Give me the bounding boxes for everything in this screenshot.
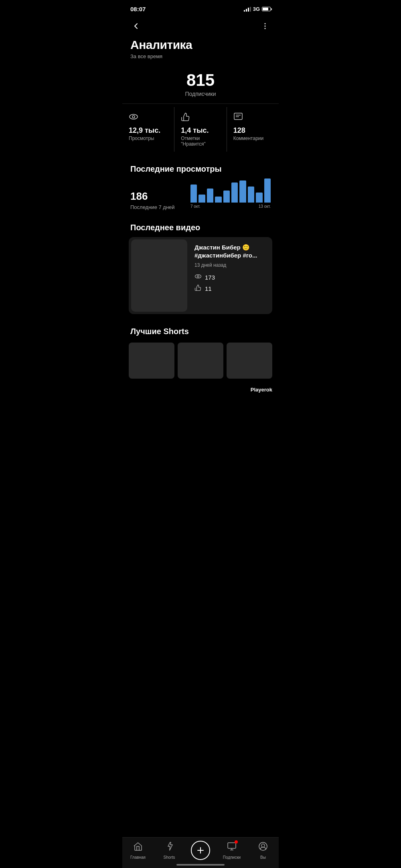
last-video-card[interactable]: Джастин Бибер 🙂 #джастинбибер #го... 13 … bbox=[129, 237, 272, 314]
chart-bar bbox=[215, 197, 221, 203]
video-likes-count: 11 bbox=[205, 285, 212, 292]
svg-point-0 bbox=[265, 23, 266, 24]
chart-bars bbox=[190, 178, 271, 203]
subscribers-count: 815 bbox=[130, 71, 271, 90]
comments-value: 128 bbox=[233, 126, 272, 135]
back-icon bbox=[132, 22, 140, 30]
recent-views-period: Последние 7 дней bbox=[130, 204, 175, 210]
recent-views-section: Последние просмотры 186 Последние 7 дней… bbox=[122, 158, 279, 217]
svg-point-4 bbox=[132, 116, 135, 118]
battery-icon bbox=[262, 7, 271, 11]
chart-bar bbox=[256, 193, 262, 203]
metrics-row: 12,9 тыс. Просмотры 1,4 тыс. Отметки "Нр… bbox=[122, 103, 279, 158]
watermark: Playerok bbox=[122, 385, 279, 425]
status-bar: 08:07 3G bbox=[122, 0, 279, 16]
video-views-stat: 173 bbox=[194, 273, 267, 282]
status-time: 08:07 bbox=[130, 6, 146, 12]
more-button[interactable] bbox=[258, 19, 272, 33]
chart-container: 7 окт. 13 окт. bbox=[190, 178, 271, 210]
more-icon bbox=[261, 22, 269, 30]
svg-point-8 bbox=[195, 275, 201, 278]
chart-label-start: 7 окт. bbox=[190, 204, 200, 209]
recent-views-card: 186 Последние 7 дней 7 окт. 13 окт. bbox=[122, 177, 279, 217]
top-shorts-section: Лучшие Shorts bbox=[122, 320, 279, 385]
page-title-section: Аналитика За все время bbox=[122, 35, 279, 61]
likes-label: Отметки "Нравится" bbox=[181, 136, 220, 147]
video-title: Джастин Бибер 🙂 #джастинбибер #го... bbox=[194, 243, 267, 259]
video-thumbnail bbox=[131, 239, 187, 312]
svg-point-3 bbox=[130, 114, 138, 119]
chart-bar bbox=[264, 178, 271, 203]
back-button[interactable] bbox=[129, 19, 143, 33]
svg-rect-5 bbox=[234, 113, 242, 120]
video-likes-icon bbox=[194, 284, 202, 293]
svg-point-1 bbox=[265, 26, 266, 27]
status-right: 3G bbox=[244, 6, 271, 12]
views-label: Просмотры bbox=[129, 136, 168, 141]
svg-point-2 bbox=[265, 28, 266, 29]
short-thumb-2[interactable] bbox=[178, 343, 223, 379]
short-thumb-3[interactable] bbox=[227, 343, 272, 379]
top-shorts-title: Лучшие Shorts bbox=[122, 320, 279, 339]
chart-labels: 7 окт. 13 окт. bbox=[190, 204, 271, 209]
chart-bar bbox=[248, 187, 254, 203]
metric-likes[interactable]: 1,4 тыс. Отметки "Нравится" bbox=[174, 107, 227, 152]
comments-label: Комментарии bbox=[233, 136, 272, 141]
top-nav bbox=[122, 16, 279, 35]
signal-icon bbox=[244, 7, 251, 12]
chart-bar bbox=[198, 195, 205, 203]
video-views-count: 173 bbox=[205, 274, 215, 281]
metric-comments[interactable]: 128 Комментарии bbox=[227, 107, 279, 152]
shorts-grid bbox=[122, 339, 279, 385]
video-info: Джастин Бибер 🙂 #джастинбибер #го... 13 … bbox=[190, 237, 272, 314]
video-stats: 173 11 bbox=[194, 273, 267, 293]
chart-label-end: 13 окт. bbox=[259, 204, 271, 209]
subscribers-label: Подписчики bbox=[130, 91, 271, 97]
video-views-icon bbox=[194, 273, 202, 282]
video-likes-stat: 11 bbox=[194, 284, 267, 293]
recent-views-title: Последние просмотры bbox=[122, 158, 279, 177]
views-value: 12,9 тыс. bbox=[129, 126, 168, 135]
page-subtitle: За все время bbox=[130, 53, 271, 59]
video-date: 13 дней назад bbox=[194, 262, 267, 268]
likes-value: 1,4 тыс. bbox=[181, 126, 220, 135]
chart-bar bbox=[223, 191, 230, 203]
page-title: Аналитика bbox=[130, 38, 271, 52]
views-icon bbox=[129, 112, 168, 124]
chart-bar bbox=[207, 189, 213, 203]
last-video-section: Последнее видео Джастин Бибер 🙂 #джастин… bbox=[122, 217, 279, 314]
network-label: 3G bbox=[253, 6, 260, 12]
chart-bar bbox=[239, 180, 246, 203]
subscribers-section: 815 Подписчики bbox=[122, 61, 279, 103]
likes-icon bbox=[181, 112, 220, 124]
last-video-title: Последнее видео bbox=[122, 217, 279, 235]
comments-icon bbox=[233, 112, 272, 124]
svg-point-9 bbox=[197, 276, 199, 278]
chart-bar bbox=[231, 183, 238, 203]
chart-bar bbox=[190, 185, 197, 203]
metric-views[interactable]: 12,9 тыс. Просмотры bbox=[122, 107, 174, 152]
recent-views-count: 186 bbox=[130, 190, 175, 203]
short-thumb-1[interactable] bbox=[129, 343, 174, 379]
recent-views-left: 186 Последние 7 дней bbox=[130, 190, 175, 210]
